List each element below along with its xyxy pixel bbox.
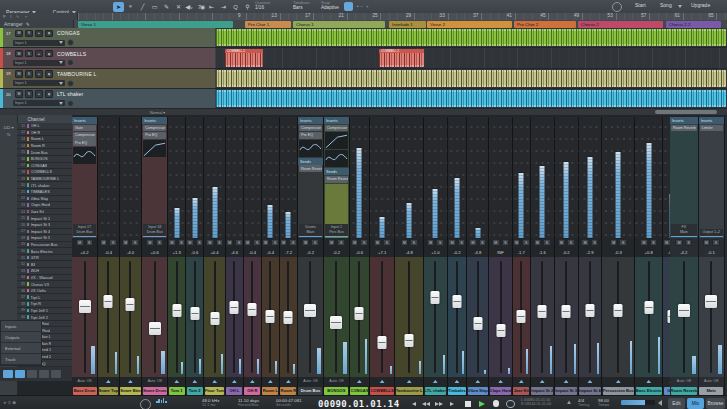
mute-button[interactable]: M: [206, 239, 214, 247]
fader-handle[interactable]: [452, 295, 461, 308]
arranger-marker[interactable]: Interlude 1: [389, 21, 426, 28]
fader-value-display[interactable]: -2.9: [579, 248, 602, 257]
monitor-button[interactable]: ◉: [45, 70, 53, 78]
channel-list-item[interactable]: 28Impact St 5: [17, 235, 72, 242]
fader-area[interactable]: [120, 257, 141, 378]
mute-button[interactable]: M: [122, 239, 130, 247]
mixer-strip-floor-tom[interactable]: MS+0.4Floor Tom: [204, 117, 226, 395]
strip-name-label[interactable]: Floor Tom: [205, 387, 225, 395]
fader-value-display[interactable]: +0.6: [142, 248, 167, 257]
record-arm-button[interactable]: ●: [35, 50, 43, 58]
strip-name-label[interactable]: BONGOS: [324, 387, 348, 395]
mixer-strip-impact-st-3[interactable]: MS-0.2Impact St 3: [555, 117, 579, 395]
arranger-marker[interactable]: Chorus 2: [578, 21, 663, 28]
track-header-ltl-shaker[interactable]: 20MS●◉LTL shakerInput 1: [0, 89, 215, 109]
bank-tab[interactable]: [15, 370, 25, 378]
edit-view-button[interactable]: Edit: [668, 398, 685, 409]
mixer-strip-snare-btm[interactable]: MS-4.0Snare Btm: [120, 117, 142, 395]
solo-button[interactable]: S: [25, 70, 33, 78]
strip-name-label[interactable]: Room L: [262, 387, 278, 395]
fader-handle[interactable]: [230, 301, 239, 314]
channel-list-item[interactable]: 13Room L: [17, 136, 72, 143]
loop-button[interactable]: [504, 399, 516, 408]
channel-list-item[interactable]: 27Impact St 4: [17, 229, 72, 236]
strip-name-label[interactable]: Snare Drum: [143, 387, 167, 395]
strip-pan-row[interactable]: [467, 377, 488, 386]
solo-button[interactable]: S: [216, 239, 224, 247]
strip-name-label[interactable]: Room Reverb: [671, 387, 698, 395]
fader-value-display[interactable]: -0.1: [699, 248, 724, 257]
solo-button[interactable]: S: [25, 50, 33, 58]
solo-button[interactable]: S: [650, 239, 658, 247]
strip-pan-row[interactable]: Auto: Off: [72, 377, 97, 386]
fader-handle[interactable]: [330, 316, 342, 329]
channel-list-item[interactable]: 25Impact St 2: [17, 215, 72, 222]
performance-meter[interactable]: Performance: [156, 398, 178, 409]
fader-area[interactable]: [186, 257, 203, 378]
strip-pan-row[interactable]: [186, 377, 203, 386]
inserts-header[interactable]: Inserts: [670, 117, 698, 124]
next-bar-button[interactable]: [446, 399, 458, 408]
solo-button[interactable]: S: [383, 239, 391, 247]
strip-pan-row[interactable]: Auto: Off: [699, 377, 724, 386]
arranger-marker-lane[interactable]: Verse 1Pre Chor 1Chorus 1Interlude 1Vers…: [74, 20, 727, 28]
channel-list-item[interactable]: 31GTR: [17, 255, 72, 262]
solo-button[interactable]: S: [712, 239, 720, 247]
arranger-marker[interactable]: Pre Chor 1: [245, 21, 291, 28]
mixer-strip-vibra-slap[interactable]: MS-4.8Vibra Slap: [467, 117, 489, 395]
mixer-strip-snare-drum[interactable]: InsertsCompressorPro EQInput 18Drum BusM…: [142, 117, 168, 395]
inserts-header[interactable]: Inserts: [324, 117, 349, 124]
fader-handle[interactable]: [355, 307, 364, 320]
transport-misc-icons[interactable]: ▸ ≡ ◆: [4, 400, 16, 406]
audio-clip[interactable]: COWBELL 2: [379, 49, 424, 66]
mute-button[interactable]: M: [146, 239, 154, 247]
strip-name-label[interactable]: Main: [699, 387, 723, 395]
fader-handle[interactable]: [284, 311, 293, 324]
timeline-ruler[interactable]: 91317212529333741454953576165: [78, 13, 727, 20]
arranger-track-header[interactable]: Arranger✎: [0, 20, 74, 28]
fader-value-display[interactable]: INF: [489, 248, 512, 257]
fader-area[interactable]: [244, 257, 261, 378]
strip-pan-row[interactable]: [244, 377, 261, 386]
fader-value-display[interactable]: -0.4: [98, 248, 119, 257]
mute-button[interactable]: M: [427, 239, 435, 247]
fader-area[interactable]: [350, 257, 369, 378]
mute-button[interactable]: M: [401, 239, 409, 247]
solo-button[interactable]: S: [458, 239, 466, 247]
fader-handle[interactable]: [705, 295, 717, 308]
solo-button[interactable]: S: [502, 239, 510, 247]
fader-handle[interactable]: [644, 301, 653, 314]
fader-area[interactable]: [280, 257, 297, 378]
bank-tab[interactable]: [3, 370, 13, 378]
insert-plugin-item[interactable]: Compressor: [143, 125, 166, 132]
solo-button[interactable]: S: [311, 239, 319, 247]
mixer-strip-main[interactable]: InsertsLimiterOutput 1+2MS-0.1Auto: OffM…: [699, 117, 725, 395]
mixer-strip-percussion-bus[interactable]: MS-0.3Percussion Bus: [602, 117, 635, 395]
strip-pan-row[interactable]: [168, 377, 185, 386]
strip-pan-row[interactable]: [262, 377, 279, 386]
mute-button[interactable]: M: [168, 239, 176, 247]
track-header-tambourine-l[interactable]: 19MS●◉TAMBOURINE LInput 1: [0, 69, 215, 89]
mixer-strip-room-r[interactable]: MS-7.2Room R: [280, 117, 298, 395]
fader-value-display[interactable]: -4.6: [226, 248, 243, 257]
channel-list-item[interactable]: 39Trpt Jeff 1: [17, 308, 72, 315]
fader-handle[interactable]: [585, 304, 594, 317]
fader-area[interactable]: [370, 257, 394, 378]
strip-pan-row[interactable]: [226, 377, 243, 386]
mute-button[interactable]: M: [492, 239, 500, 247]
strip-name-label[interactable]: Claps Hard: [490, 387, 512, 395]
fader-handle[interactable]: [517, 310, 526, 323]
track-input-select[interactable]: Input 1: [13, 80, 65, 86]
tempo-slider[interactable]: [621, 400, 655, 405]
fader-handle[interactable]: [172, 304, 181, 317]
upgrade-button[interactable]: Upgrade: [686, 0, 715, 10]
fader-area[interactable]: [670, 257, 698, 378]
strip-pan-row[interactable]: [635, 377, 662, 386]
fader-value-display[interactable]: -4.2: [670, 248, 698, 257]
toolbar-prev-icon[interactable]: ⇤: [206, 2, 217, 12]
fader-area[interactable]: [579, 257, 602, 378]
channel-list-item[interactable]: 15Drum Bus: [17, 149, 72, 156]
mute-button[interactable]: M: [610, 239, 618, 247]
mixer-trash-button[interactable]: Trash: [1, 354, 41, 365]
fader-area[interactable]: [489, 257, 512, 378]
